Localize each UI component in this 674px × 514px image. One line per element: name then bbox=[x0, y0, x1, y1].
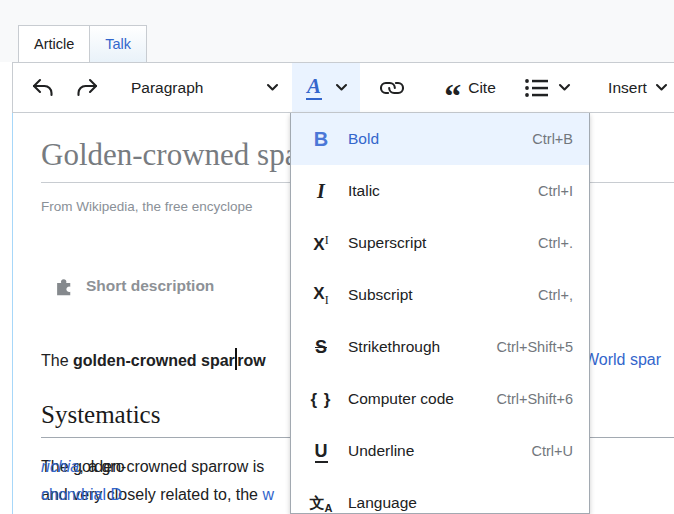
chevron-down-icon bbox=[266, 83, 279, 92]
subscript-icon: XI bbox=[307, 284, 335, 306]
list-structure-dropdown[interactable] bbox=[517, 63, 577, 112]
menu-item-shortcut: Ctrl+U bbox=[532, 443, 574, 459]
world-sparrow-link[interactable]: World spar bbox=[584, 351, 661, 368]
undo-button[interactable] bbox=[27, 63, 59, 112]
menu-item-italic[interactable]: I Italic Ctrl+I bbox=[291, 165, 589, 217]
short-description-label: Short description bbox=[86, 277, 214, 295]
insert-dropdown[interactable]: Insert bbox=[597, 63, 674, 112]
menu-item-label: Bold bbox=[348, 130, 532, 148]
tab-talk-label: Talk bbox=[105, 36, 131, 52]
menu-item-shortcut: Ctrl+I bbox=[538, 183, 573, 199]
link-button[interactable] bbox=[371, 63, 413, 112]
namespace-tabs: Article Talk bbox=[18, 25, 147, 62]
menu-item-label: Superscript bbox=[348, 234, 538, 252]
redo-button[interactable] bbox=[71, 63, 103, 112]
tab-article-label: Article bbox=[34, 36, 74, 52]
text-style-menu: B Bold Ctrl+B I Italic Ctrl+I XI Supersc… bbox=[290, 113, 590, 514]
mitochondrial-dna-link[interactable]: chondrial D bbox=[41, 486, 122, 503]
bold-icon: B bbox=[307, 129, 335, 149]
menu-item-underline[interactable]: U Underline Ctrl+U bbox=[291, 425, 589, 477]
intro-paragraph-fragment[interactable]: World spar bbox=[584, 348, 661, 371]
link-icon bbox=[375, 71, 409, 105]
tab-talk[interactable]: Talk bbox=[90, 25, 147, 62]
body-line-fragment[interactable]: richia, a gro bbox=[41, 455, 125, 478]
menu-item-shortcut: Ctrl+B bbox=[532, 131, 573, 147]
menu-item-subscript[interactable]: XI Subscript Ctrl+, bbox=[291, 269, 589, 321]
underline-icon: U bbox=[307, 442, 335, 460]
menu-item-superscript[interactable]: XI Superscript Ctrl+. bbox=[291, 217, 589, 269]
bullet-list-icon bbox=[524, 77, 550, 99]
menu-item-label: Underline bbox=[348, 442, 532, 460]
body-line-fragment[interactable]: chondrial D bbox=[41, 483, 122, 506]
italic-icon: I bbox=[307, 181, 335, 201]
puzzle-icon bbox=[53, 275, 77, 296]
menu-item-shortcut: Ctrl+Shift+5 bbox=[496, 339, 573, 355]
chevron-down-icon bbox=[655, 83, 668, 92]
white-crowned-sparrow-link[interactable]: w bbox=[262, 486, 274, 503]
language-icon: 文A bbox=[307, 493, 335, 514]
intro-bold-text: row bbox=[237, 352, 265, 369]
tab-article[interactable]: Article bbox=[18, 25, 90, 62]
site-subtitle: From Wikipedia, the free encyclope bbox=[41, 199, 253, 214]
menu-item-shortcut: Ctrl+Shift+6 bbox=[496, 391, 573, 407]
menu-item-language[interactable]: 文A Language bbox=[291, 477, 589, 514]
chevron-down-icon bbox=[335, 83, 348, 92]
intro-lead-text: The bbox=[41, 352, 73, 369]
cite-button[interactable]: “ Cite bbox=[427, 63, 513, 112]
undo-icon bbox=[31, 77, 55, 99]
chevron-down-icon bbox=[558, 83, 571, 92]
intro-bold-text: golden-crowned spar bbox=[73, 352, 235, 369]
paragraph-format-label: Paragraph bbox=[131, 79, 203, 97]
menu-item-shortcut: Ctrl+, bbox=[538, 287, 573, 303]
body-text: , a gro bbox=[79, 458, 124, 475]
menu-item-label: Strikethrough bbox=[348, 338, 496, 356]
zonotrichia-link[interactable]: richia bbox=[41, 458, 79, 475]
paragraph-format-dropdown[interactable]: Paragraph bbox=[117, 63, 289, 112]
strikethrough-icon: S bbox=[307, 338, 335, 356]
visual-editor-screen: Article Talk Paragraph A bbox=[0, 0, 674, 514]
insert-label: Insert bbox=[608, 79, 647, 97]
text-style-dropdown[interactable]: A bbox=[292, 63, 360, 112]
editor-toolbar: Paragraph A “ Cite Insert bbox=[12, 62, 674, 113]
menu-item-computer-code[interactable]: { } Computer code Ctrl+Shift+6 bbox=[291, 373, 589, 425]
intro-paragraph[interactable]: The golden-crowned sparrow bbox=[41, 348, 266, 372]
menu-item-shortcut: Ctrl+. bbox=[538, 235, 573, 251]
menu-item-strikethrough[interactable]: S Strikethrough Ctrl+Shift+5 bbox=[291, 321, 589, 373]
cite-label: Cite bbox=[468, 79, 496, 97]
menu-item-label: Subscript bbox=[348, 286, 538, 304]
menu-item-label: Italic bbox=[348, 182, 538, 200]
menu-item-label: Computer code bbox=[348, 390, 496, 408]
menu-item-label: Language bbox=[348, 494, 573, 512]
superscript-icon: XI bbox=[307, 234, 335, 253]
text-style-icon: A bbox=[306, 76, 322, 100]
code-braces-icon: { } bbox=[307, 390, 335, 408]
page-header: Article Talk bbox=[0, 0, 674, 62]
short-description-template[interactable]: Short description bbox=[53, 275, 214, 296]
redo-icon bbox=[75, 77, 99, 99]
menu-item-bold[interactable]: B Bold Ctrl+B bbox=[291, 113, 589, 165]
